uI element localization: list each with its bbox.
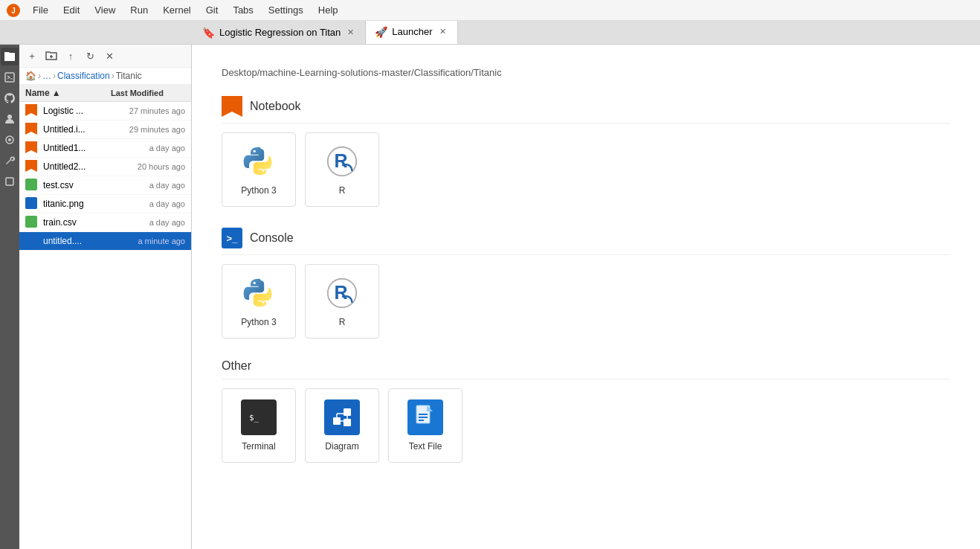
file-modified: a day ago [111, 218, 185, 227]
file-name: Untitled2... [43, 161, 111, 172]
launcher-card-textfile[interactable]: Text File [388, 388, 462, 463]
file-item[interactable]: train.csv a day ago [19, 214, 191, 232]
menu-file[interactable]: File [30, 3, 51, 17]
console-cards: Python 3 R R [222, 264, 950, 338]
notebook-cards: Python 3 R R [222, 132, 950, 207]
file-icon-notebook [25, 104, 39, 118]
file-item[interactable]: titanic.png a day ago [19, 195, 191, 214]
filter-btn[interactable]: ✕ [101, 48, 117, 64]
textfile-icon [407, 399, 443, 435]
file-modified: a day ago [111, 199, 185, 208]
console-section-header: >_ Console [222, 228, 950, 255]
icon-sidebar [0, 45, 19, 549]
menu-kernel[interactable]: Kernel [160, 3, 194, 17]
file-name: train.csv [43, 217, 111, 228]
tab-logistic-regression[interactable]: 🔖 Logistic Regression on Titan ✕ [193, 21, 366, 44]
notebook-section: Notebook [222, 96, 950, 207]
sidebar-btn-files[interactable] [1, 48, 19, 65]
file-modified: a day ago [111, 181, 185, 190]
upload-btn[interactable]: ↑ [62, 48, 79, 64]
menu-bar: J File Edit View Run Kernel Git Tabs Set… [0, 0, 980, 21]
python-console-logo-icon [241, 275, 277, 311]
file-name: titanic.png [43, 199, 111, 209]
other-cards: $_ Terminal [222, 388, 950, 463]
r-console-label: R [339, 317, 346, 327]
launcher-card-r-notebook[interactable]: R R [305, 132, 379, 207]
svg-rect-12 [333, 417, 341, 425]
file-name: Untitled1... [43, 143, 111, 153]
file-modified: 27 minutes ago [111, 106, 185, 115]
notebook-section-title: Notebook [250, 100, 301, 113]
svg-text:R: R [334, 282, 347, 303]
svg-point-5 [8, 138, 11, 141]
file-item-selected[interactable]: untitled.... a minute ago [19, 232, 191, 251]
sidebar-btn-square[interactable] [1, 173, 19, 190]
file-name: Untitled.i... [43, 124, 111, 135]
tab-close-launcher[interactable]: ✕ [437, 26, 448, 37]
svg-rect-6 [6, 178, 13, 185]
r-console-logo-icon: R [324, 275, 360, 311]
sidebar-btn-person[interactable] [1, 110, 19, 128]
notebook-section-icon [222, 96, 242, 117]
menu-help[interactable]: Help [315, 3, 341, 17]
file-name: test.csv [43, 180, 111, 190]
diagram-label: Diagram [325, 441, 358, 452]
file-item[interactable]: Untitled2... 20 hours ago [19, 158, 191, 176]
launcher-card-python3-notebook[interactable]: Python 3 [222, 132, 296, 207]
textfile-label: Text File [409, 441, 442, 452]
file-item[interactable]: Logistic ... 27 minutes ago [19, 102, 191, 121]
file-icon-notebook [25, 160, 39, 173]
sidebar-btn-github[interactable] [1, 89, 19, 107]
menu-settings[interactable]: Settings [265, 3, 306, 17]
file-icon-csv [25, 216, 39, 229]
svg-text:J: J [11, 7, 16, 15]
svg-text:$_: $_ [249, 413, 259, 423]
breadcrumb-ellipsis[interactable]: … [42, 71, 51, 81]
python3-console-label: Python 3 [241, 317, 276, 327]
launcher-tab-icon: 🚀 [375, 26, 387, 38]
file-modified: a minute ago [111, 237, 185, 245]
launcher-card-r-console[interactable]: R R [305, 264, 379, 338]
tab-bar: 🔖 Logistic Regression on Titan ✕ 🚀 Launc… [0, 21, 980, 45]
column-name[interactable]: Name ▲ [25, 88, 111, 98]
other-section: Other $_ Terminal [222, 359, 950, 463]
menu-view[interactable]: View [91, 3, 118, 17]
file-icon-notebook [25, 141, 39, 155]
refresh-btn[interactable]: ↻ [82, 48, 98, 64]
file-modified: 20 hours ago [111, 162, 185, 171]
launcher-card-diagram[interactable]: Diagram [305, 388, 379, 463]
file-list-header: Name ▲ Last Modified [19, 85, 191, 102]
file-item[interactable]: Untitled1... a day ago [19, 139, 191, 158]
menu-run[interactable]: Run [127, 3, 151, 17]
diagram-icon [324, 399, 360, 435]
menu-tabs[interactable]: Tabs [230, 3, 256, 17]
sidebar-btn-running[interactable] [1, 68, 19, 86]
breadcrumb-classification[interactable]: Classification [57, 71, 110, 81]
menu-edit[interactable]: Edit [60, 3, 83, 17]
breadcrumb: 🏠 › … › Classification › Titanic [19, 68, 191, 85]
svg-rect-14 [344, 419, 351, 426]
new-folder-btn[interactable] [43, 48, 59, 64]
new-file-btn[interactable]: + [24, 48, 40, 64]
content-area: Desktop/machine-Learning-solutions-maste… [192, 45, 980, 549]
file-list: Logistic ... 27 minutes ago Untitled.i..… [19, 102, 191, 549]
file-sidebar: + ↑ ↻ ✕ 🏠 › … › Classification › Titanic… [19, 45, 192, 549]
r-logo-icon: R [324, 144, 360, 179]
file-item[interactable]: Untitled.i... 29 minutes ago [19, 121, 191, 139]
tab-close-logistic[interactable]: ✕ [345, 27, 356, 38]
sidebar-btn-paint[interactable] [1, 131, 19, 149]
column-modified: Last Modified [111, 89, 185, 97]
tab-launcher[interactable]: 🚀 Launcher ✕ [366, 21, 457, 44]
notebook-section-header: Notebook [222, 96, 950, 123]
menu-git[interactable]: Git [203, 3, 222, 17]
breadcrumb-home[interactable]: 🏠 [25, 71, 36, 81]
file-icon-notebook [25, 123, 39, 136]
file-item[interactable]: test.csv a day ago [19, 176, 191, 195]
launcher-card-python3-console[interactable]: Python 3 [222, 264, 296, 338]
console-section-title: Console [250, 231, 294, 245]
launcher-card-terminal[interactable]: $_ Terminal [222, 388, 296, 463]
sidebar-btn-wrench[interactable] [1, 152, 19, 170]
terminal-icon: $_ [241, 399, 277, 435]
python-logo-icon [241, 144, 277, 179]
breadcrumb-current: Titanic [116, 71, 142, 81]
